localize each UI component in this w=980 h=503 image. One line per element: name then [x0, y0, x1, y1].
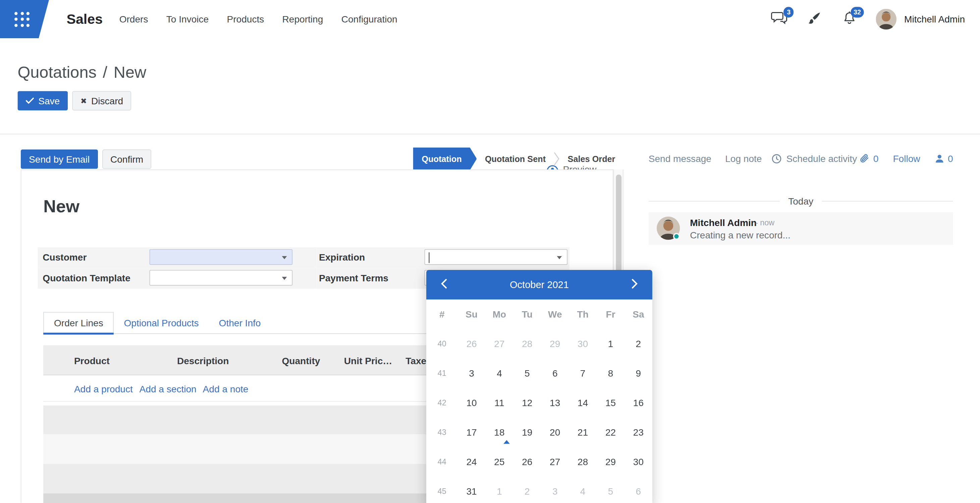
calendar-day[interactable]: 6: [541, 358, 569, 388]
calendar-day[interactable]: 28: [569, 447, 597, 476]
user-menu[interactable]: Mitchell Admin: [876, 9, 965, 30]
calendar-day[interactable]: 30: [569, 329, 597, 358]
calendar-day[interactable]: 9: [625, 358, 652, 388]
calendar-day[interactable]: 1: [486, 476, 514, 503]
apps-menu-button[interactable]: [0, 0, 49, 38]
next-month-button[interactable]: [627, 277, 642, 292]
calendar-day[interactable]: 5: [513, 358, 541, 388]
calendar-day[interactable]: 31: [458, 476, 486, 503]
calendar-day[interactable]: 14: [569, 388, 597, 417]
calendar-day[interactable]: 27: [541, 447, 569, 476]
calendar-day[interactable]: 30: [625, 447, 652, 476]
calendar-week-row: 4531123456: [426, 476, 652, 503]
calendar-week-number: 43: [438, 428, 446, 436]
follow-button[interactable]: Follow: [893, 153, 920, 164]
menu-item-products[interactable]: Products: [227, 14, 264, 24]
calendar-day[interactable]: 12: [513, 388, 541, 417]
calendar-day[interactable]: 2: [513, 476, 541, 503]
customer-input[interactable]: [150, 249, 293, 265]
menu-item-to-invoice[interactable]: To Invoice: [166, 14, 208, 24]
dow-label: Su: [466, 309, 477, 320]
calendar-day[interactable]: 26: [513, 447, 541, 476]
online-status-dot: [673, 233, 680, 240]
calendar-week-number: 42: [438, 398, 446, 407]
calendar-day[interactable]: 2: [625, 329, 652, 358]
calendar-day[interactable]: 13: [541, 388, 569, 417]
attachments-button[interactable]: 0: [860, 153, 879, 164]
calendar-day[interactable]: 11: [486, 388, 514, 417]
clock-icon: [772, 154, 782, 164]
paperclip-icon: [860, 153, 870, 164]
calendar-day[interactable]: 19: [513, 417, 541, 447]
calendar-day[interactable]: 8: [597, 358, 625, 388]
user-avatar: [876, 9, 897, 30]
calendar-day[interactable]: 6: [625, 476, 652, 503]
menu-item-configuration[interactable]: Configuration: [341, 14, 398, 24]
calendar-week-row: 413456789: [426, 358, 652, 388]
calendar-day[interactable]: 25: [486, 447, 514, 476]
calendar-day[interactable]: 22: [597, 417, 625, 447]
calendar-day[interactable]: 24: [458, 447, 486, 476]
calendar-day[interactable]: 21: [569, 417, 597, 447]
schedule-activity-button[interactable]: Schedule activity: [772, 153, 857, 164]
tab-order-lines[interactable]: Order Lines: [43, 312, 114, 333]
calendar-day[interactable]: 3: [541, 476, 569, 503]
status-quotation[interactable]: Quotation: [413, 148, 477, 170]
dow-label: Sa: [633, 309, 644, 320]
expiration-input[interactable]: [424, 249, 568, 265]
calendar-day[interactable]: 4: [486, 358, 514, 388]
calendar-day[interactable]: 3: [458, 358, 486, 388]
calendar-day[interactable]: 7: [569, 358, 597, 388]
calendar-day[interactable]: 15: [597, 388, 625, 417]
add-a-note-link[interactable]: Add a note: [203, 384, 248, 394]
calendar-day[interactable]: 1: [597, 329, 625, 358]
quotation-template-input[interactable]: [150, 270, 293, 286]
prev-month-button[interactable]: [436, 277, 452, 292]
send-by-email-button[interactable]: Send by Email: [21, 150, 98, 169]
column-quantity: Quantity: [282, 355, 320, 366]
datepicker-header: October 2021: [426, 270, 652, 299]
calendar-day[interactable]: 16: [625, 388, 652, 417]
customer-label: Customer: [43, 252, 86, 263]
calendar-day[interactable]: 10: [458, 388, 486, 417]
dow-header: # Su Mo Tu We Th Fr Sa: [426, 299, 652, 329]
chatter: Send message Log note Schedule activity …: [649, 153, 953, 260]
calendar-day[interactable]: 23: [625, 417, 652, 447]
calendar-day[interactable]: 29: [541, 329, 569, 358]
calendar-day[interactable]: 20: [541, 417, 569, 447]
add-a-section-link[interactable]: Add a section: [140, 384, 197, 394]
quotation-template-label: Quotation Template: [43, 272, 130, 283]
messages-button[interactable]: 3: [770, 11, 788, 28]
followers-button[interactable]: 0: [935, 153, 953, 164]
date-separator: Today: [649, 196, 953, 207]
caret-down-icon: [557, 256, 562, 259]
record-title: New: [43, 196, 80, 216]
tab-other-info[interactable]: Other Info: [209, 312, 271, 333]
app-name[interactable]: Sales: [67, 0, 103, 38]
status-quotation-sent[interactable]: Quotation Sent: [477, 148, 554, 170]
calendar-day[interactable]: 28: [513, 329, 541, 358]
calendar-day[interactable]: 26: [458, 329, 486, 358]
datepicker-title[interactable]: October 2021: [452, 279, 627, 290]
customize-button[interactable]: [806, 11, 823, 28]
send-message-button[interactable]: Send message: [649, 153, 711, 164]
grid-icon: [14, 12, 30, 27]
calendar-day[interactable]: 27: [486, 329, 514, 358]
calendar-day-today[interactable]: 18: [486, 417, 514, 447]
calendar-day[interactable]: 4: [569, 476, 597, 503]
save-button[interactable]: Save: [18, 91, 68, 110]
breadcrumb-quotations[interactable]: Quotations: [18, 63, 96, 82]
followers-count: 0: [948, 153, 953, 164]
calendar-day[interactable]: 5: [597, 476, 625, 503]
menu-item-reporting[interactable]: Reporting: [282, 14, 323, 24]
add-a-product-link[interactable]: Add a product: [74, 384, 133, 394]
menu-item-orders[interactable]: Orders: [119, 14, 148, 24]
activities-button[interactable]: 32: [841, 11, 858, 28]
tab-optional-products[interactable]: Optional Products: [114, 312, 209, 333]
log-note-button[interactable]: Log note: [725, 153, 762, 164]
confirm-button[interactable]: Confirm: [102, 150, 151, 169]
calendar-day[interactable]: 17: [458, 417, 486, 447]
message-author[interactable]: Mitchell Admin: [690, 217, 757, 228]
discard-button[interactable]: ✖ Discard: [72, 91, 132, 110]
calendar-day[interactable]: 29: [597, 447, 625, 476]
